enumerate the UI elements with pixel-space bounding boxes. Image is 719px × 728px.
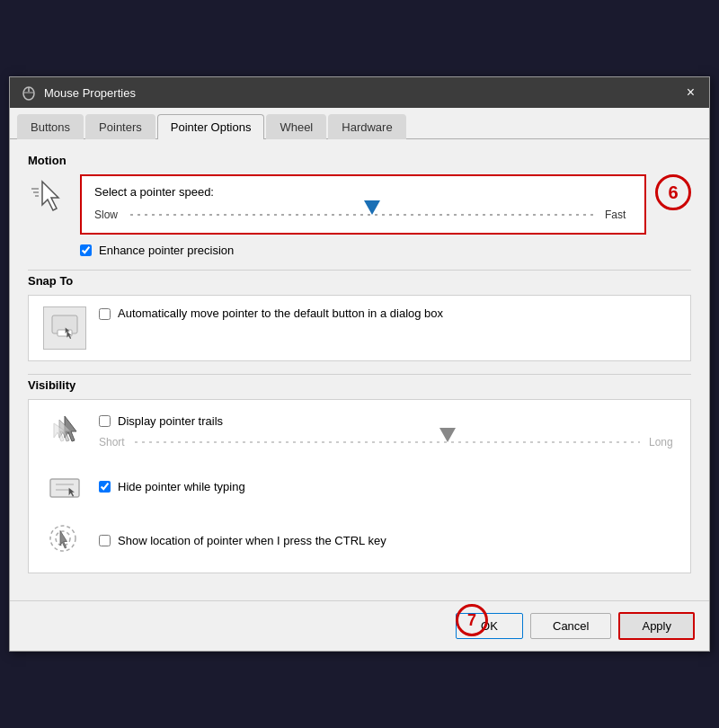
visibility-title: Visibility xyxy=(28,378,691,392)
mouse-properties-window: Mouse Properties × Buttons Pointers Poin… xyxy=(9,76,710,652)
trails-slider-row: Short Long xyxy=(99,433,676,451)
slow-label: Slow xyxy=(94,209,121,221)
precision-label[interactable]: Enhance pointer precision xyxy=(99,244,234,257)
trails-slider-container xyxy=(135,433,640,451)
hide-typing-checkbox[interactable] xyxy=(99,481,111,493)
title-bar: Mouse Properties × xyxy=(10,77,709,108)
snap-to-label[interactable]: Automatically move pointer to the defaul… xyxy=(118,306,443,320)
hide-typing-row: Hide pointer while typing xyxy=(43,465,676,508)
separator-1 xyxy=(28,270,691,271)
window-title: Mouse Properties xyxy=(44,86,136,100)
speed-slider-track xyxy=(130,214,596,216)
hide-typing-icon xyxy=(43,465,86,508)
tab-pointers[interactable]: Pointers xyxy=(85,114,155,139)
title-bar-left: Mouse Properties xyxy=(21,84,136,101)
trails-checkbox-row: Display pointer trails xyxy=(99,414,676,428)
hide-typing-controls: Hide pointer while typing xyxy=(99,480,676,493)
motion-section: Motion Select a pointer speed: Slow xyxy=(28,154,691,257)
show-location-checkbox-row: Show location of pointer when I press th… xyxy=(99,534,676,547)
visibility-section: Visibility Display pointer t xyxy=(28,378,691,573)
tab-buttons[interactable]: Buttons xyxy=(17,114,84,139)
hide-typing-label[interactable]: Hide pointer while typing xyxy=(118,480,245,493)
speed-slider-row: Slow Fast xyxy=(94,206,632,224)
mouse-icon xyxy=(21,84,37,101)
precision-row: Enhance pointer precision xyxy=(28,244,691,257)
show-location-checkbox[interactable] xyxy=(99,535,111,546)
tab-bar: Buttons Pointers Pointer Options Wheel H… xyxy=(10,108,709,139)
tab-hardware[interactable]: Hardware xyxy=(328,114,405,139)
speed-slider-container[interactable] xyxy=(130,206,596,224)
annotation-6: 6 xyxy=(655,174,691,210)
content-area: Motion Select a pointer speed: Slow xyxy=(10,139,709,600)
tab-pointer-options[interactable]: Pointer Options xyxy=(157,114,265,139)
snap-to-title: Snap To xyxy=(28,274,691,288)
speed-label: Select a pointer speed: xyxy=(94,185,632,199)
short-label: Short xyxy=(99,436,126,448)
cancel-button[interactable]: Cancel xyxy=(530,613,611,639)
speed-slider-thumb[interactable] xyxy=(364,200,380,215)
annotation-7: 7 xyxy=(456,604,488,636)
snap-checkbox-row: Automatically move pointer to the defaul… xyxy=(99,306,676,320)
snap-to-section: Snap To Automatically move pointer to th… xyxy=(28,274,691,361)
motion-icon xyxy=(28,174,71,218)
button-row: 7 OK Cancel Apply xyxy=(10,600,709,651)
fast-label: Fast xyxy=(605,209,632,221)
speed-control-box: Select a pointer speed: Slow Fast xyxy=(80,174,646,235)
hide-typing-checkbox-row: Hide pointer while typing xyxy=(99,480,676,493)
svg-rect-8 xyxy=(58,330,72,336)
long-label: Long xyxy=(649,436,676,448)
trails-icon xyxy=(43,411,86,454)
visibility-body: Display pointer trails Short Long xyxy=(28,399,691,573)
close-button[interactable]: × xyxy=(683,85,698,100)
annotation-7-wrapper: 7 xyxy=(456,604,488,636)
show-location-row: Show location of pointer when I press th… xyxy=(43,519,676,562)
motion-title: Motion xyxy=(28,154,691,167)
snap-to-body: Automatically move pointer to the defaul… xyxy=(28,295,691,361)
snap-to-controls: Automatically move pointer to the defaul… xyxy=(99,306,676,320)
trails-label[interactable]: Display pointer trails xyxy=(118,414,223,428)
precision-checkbox[interactable] xyxy=(80,244,92,256)
apply-button[interactable]: Apply xyxy=(618,612,695,640)
trails-controls: Display pointer trails Short Long xyxy=(99,414,676,451)
trails-row: Display pointer trails Short Long xyxy=(43,411,676,454)
show-location-label[interactable]: Show location of pointer when I press th… xyxy=(118,534,386,547)
tab-wheel[interactable]: Wheel xyxy=(266,114,326,139)
trails-slider-track xyxy=(135,441,640,443)
snap-to-checkbox[interactable] xyxy=(99,308,111,320)
separator-2 xyxy=(28,374,691,375)
snap-to-icon xyxy=(43,306,86,350)
trails-checkbox[interactable] xyxy=(99,415,111,427)
show-location-icon xyxy=(43,519,86,562)
svg-marker-3 xyxy=(42,182,58,210)
svg-rect-14 xyxy=(50,479,79,497)
show-location-controls: Show location of pointer when I press th… xyxy=(99,534,676,547)
trails-slider-thumb xyxy=(439,428,456,442)
